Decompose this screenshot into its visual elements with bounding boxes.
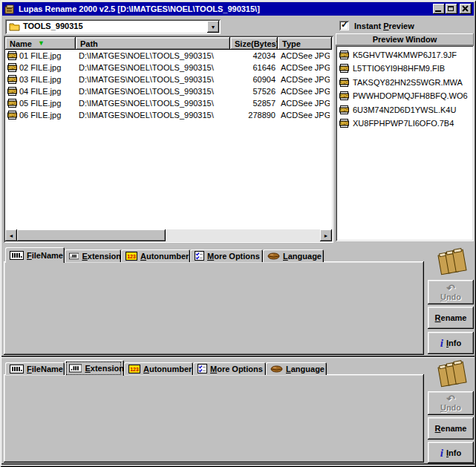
jpg-file-icon: JPG: [339, 119, 349, 128]
maximize-button[interactable]: [446, 4, 457, 14]
language-tab-icon: [267, 252, 280, 260]
preview-window-header: Preview Window: [336, 33, 474, 45]
extension-tab-icon: [69, 252, 79, 261]
svg-text:JPG: JPG: [8, 101, 16, 105]
focus-rectangle: [67, 362, 120, 374]
info-button[interactable]: i Info: [428, 442, 474, 463]
column-header-name[interactable]: Name ▼: [5, 37, 76, 50]
table-row[interactable]: JPG 02 FILE.jpg D:\IMATGES\NOEL\TOOLS_99…: [5, 62, 329, 74]
extension-panel: [4, 374, 424, 463]
table-row[interactable]: JPG 06 FILE.jpg D:\IMATGES\NOEL\TOOLS_99…: [5, 110, 329, 122]
tab-extension[interactable]: Extension: [65, 360, 124, 376]
autonumber-tab-icon: 123: [125, 252, 137, 261]
svg-text:JPG: JPG: [340, 121, 348, 125]
file-list-header: Name ▼ Path Size(Bytes) Type: [5, 37, 332, 50]
jpg-file-icon: JPG: [339, 64, 349, 73]
jpg-file-icon: JPG: [339, 50, 349, 59]
svg-text:JPG: JPG: [340, 108, 348, 112]
jpg-file-icon: JPG: [7, 99, 17, 109]
check-icon: ✓: [341, 19, 348, 30]
scrollbar-thumb[interactable]: [17, 229, 166, 241]
column-header-type[interactable]: Type: [278, 37, 332, 50]
folder-icon: [9, 22, 20, 31]
more-options-tab-icon: [198, 364, 207, 373]
table-row[interactable]: JPG 03 FILE.jpg D:\IMATGES\NOEL\TOOLS_99…: [5, 74, 329, 86]
svg-text:JPG: JPG: [340, 53, 348, 57]
undo-button[interactable]: ↶ Undo: [428, 280, 474, 304]
language-tab-icon: [270, 365, 283, 373]
folder-combobox[interactable]: TOOLS_990315 ▼: [5, 19, 221, 34]
title-bar[interactable]: Lupas Rename 2000 v2.5 [D:\IMATGES\NOEL\…: [2, 2, 474, 16]
jpg-file-icon: JPG: [7, 51, 17, 62]
svg-text:123: 123: [127, 254, 136, 259]
folders-stack-icon: [435, 359, 469, 391]
autonumber-tab-icon: 123: [128, 365, 140, 373]
combobox-dropdown-button[interactable]: ▼: [207, 21, 219, 33]
table-row[interactable]: JPG 04 FILE.jpg D:\IMATGES\NOEL\TOOLS_99…: [5, 86, 329, 98]
info-icon: i: [440, 339, 443, 347]
tab-more-options[interactable]: More Options: [190, 249, 263, 262]
folder-combobox-value: TOOLS_990315: [23, 22, 83, 30]
table-row[interactable]: JPG 05 FILE.jpg D:\IMATGES\NOEL\TOOLS_99…: [5, 98, 329, 110]
column-header-path[interactable]: Path: [76, 37, 230, 50]
jpg-file-icon: JPG: [7, 87, 17, 97]
tab-filename[interactable]: FileName: [5, 362, 65, 375]
svg-text:JPG: JPG: [8, 53, 16, 58]
jpg-file-icon: JPG: [339, 78, 349, 87]
minimize-button[interactable]: [433, 4, 445, 14]
horizontal-scrollbar[interactable]: ◄ ►: [5, 229, 332, 241]
list-item[interactable]: JPG L5TTIO6YI9H8HFM9.FIB: [338, 62, 445, 75]
scroll-left-button[interactable]: ◄: [5, 229, 17, 241]
close-button[interactable]: [460, 4, 472, 14]
svg-text:JPG: JPG: [8, 77, 16, 82]
info-button[interactable]: i Info: [428, 332, 474, 354]
scroll-left-icon: ◄: [9, 233, 14, 238]
list-item[interactable]: JPG K5GHVTW4KMWP6J17.9JF: [338, 48, 457, 62]
app-window: Lupas Rename 2000 v2.5 [D:\IMATGES\NOEL\…: [0, 0, 476, 467]
divider: [1, 463, 475, 466]
rename-button[interactable]: Rename: [428, 307, 474, 329]
file-list: Name ▼ Path Size(Bytes) Type JPG 01 FILE…: [4, 36, 333, 243]
instant-preview-checkbox[interactable]: ✓: [339, 21, 349, 30]
jpg-file-icon: JPG: [7, 111, 17, 121]
sort-descending-icon: ▼: [38, 40, 45, 47]
jpg-file-icon: JPG: [339, 91, 349, 100]
tab-filename[interactable]: FileName: [5, 247, 65, 263]
app-icon: [4, 4, 16, 15]
jpg-file-icon: JPG: [7, 75, 17, 85]
maximize-icon: [448, 6, 454, 11]
svg-text:JPG: JPG: [340, 80, 348, 85]
close-icon: [460, 4, 472, 14]
preview-list: JPG K5GHVTW4KMWP6J17.9JF JPG L5TTIO6YI9H…: [336, 45, 474, 241]
tab-language[interactable]: Language: [263, 249, 324, 262]
column-header-size[interactable]: Size(Bytes): [230, 37, 278, 50]
svg-text:JPG: JPG: [8, 65, 16, 70]
instant-preview-label: Instant Preview: [354, 22, 414, 30]
tab-extension[interactable]: Extension: [65, 249, 121, 262]
svg-text:JPG: JPG: [8, 89, 16, 94]
scroll-right-button[interactable]: ►: [320, 229, 332, 241]
jpg-file-icon: JPG: [7, 63, 17, 74]
svg-text:JPG: JPG: [340, 66, 348, 71]
tab-more-options[interactable]: More Options: [193, 362, 266, 375]
minimize-icon: [435, 10, 441, 12]
list-item[interactable]: JPG 6U3M74N2D6D1YWSL.K4U: [338, 103, 456, 117]
window-title: Lupas Rename 2000 v2.5 [D:\IMATGES\NOEL\…: [19, 4, 260, 13]
tab-autonumber[interactable]: 123 Autonumber: [124, 362, 193, 375]
list-item[interactable]: JPG TAKSQY82HN2S5WGR.MWA: [338, 76, 463, 89]
svg-text:JPG: JPG: [340, 94, 348, 98]
tab-autonumber[interactable]: 123 Autonumber: [121, 249, 190, 262]
more-options-tab-icon: [195, 251, 204, 261]
table-row[interactable]: JPG 01 FILE.jpg D:\IMATGES\NOEL\TOOLS_99…: [5, 50, 329, 62]
info-icon: i: [440, 448, 443, 457]
filename-panel: [4, 261, 424, 355]
undo-arrow-icon: ↶: [446, 394, 455, 403]
jpg-file-icon: JPG: [339, 105, 349, 114]
rename-button[interactable]: Rename: [428, 417, 474, 440]
svg-text:JPG: JPG: [8, 113, 16, 117]
list-item[interactable]: JPG XU8FPHPWP7LI6OFO.7B4: [338, 117, 454, 130]
tab-language[interactable]: Language: [266, 362, 327, 375]
chevron-down-icon: ▼: [211, 25, 216, 30]
list-item[interactable]: JPG PWWHDOPMQJFH8BFQ.WO6: [338, 89, 468, 102]
undo-button[interactable]: ↶ Undo: [428, 391, 474, 415]
